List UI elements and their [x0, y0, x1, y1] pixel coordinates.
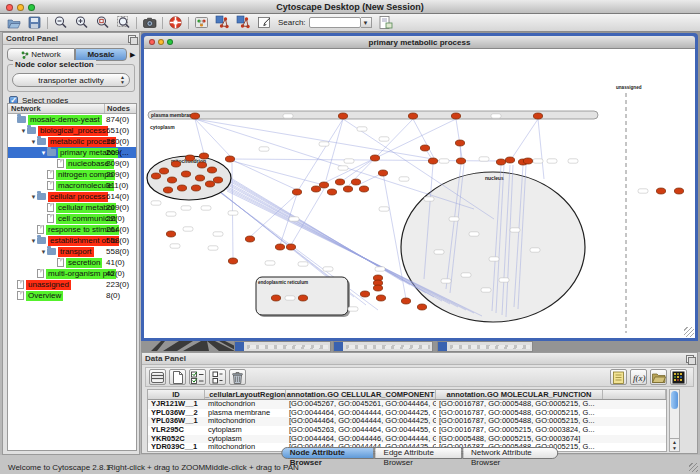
table-column-header[interactable]: _cellularLayoutRegion: [205, 390, 286, 399]
view-resize-grip[interactable]: [684, 327, 694, 337]
gene-node[interactable]: [286, 244, 295, 250]
table-row[interactable]: YLR295Ccytoplasm[GO:0045263, GO:0044464,…: [148, 426, 666, 435]
tree-row-mosaic-demo-yeast[interactable]: mosaic-demo-yeast874(0): [8, 114, 136, 125]
notepad-button[interactable]: [610, 369, 627, 385]
tab-network-attribute-browser[interactable]: Network Attribute Browser: [462, 447, 558, 459]
tab-edge-attribute-browser[interactable]: Edge Attribute Browser: [375, 447, 462, 459]
gene-node[interactable]: [275, 244, 284, 250]
gene-node[interactable]: [351, 179, 360, 185]
gene-node[interactable]: [166, 231, 175, 237]
minimized-window-thumbnail[interactable]: [437, 341, 533, 352]
tree-expand-arrow-icon[interactable]: ▼: [30, 194, 37, 200]
gene-node[interactable]: [167, 177, 176, 183]
gene-node[interactable]: [420, 145, 429, 151]
table-row[interactable]: YJR121W__1mitochondrion[GO:0045267, GO:0…: [148, 400, 666, 409]
tree-row-secretion[interactable]: secretion41(0): [8, 257, 136, 268]
gene-node[interactable]: [205, 181, 214, 187]
tree-expand-arrow-icon[interactable]: ▼: [40, 249, 47, 255]
gene-node[interactable]: [359, 186, 368, 192]
table-column-header[interactable]: annotation.GO CELLULAR_COMPONENT: [286, 390, 436, 399]
delete-attributes-button[interactable]: [189, 369, 206, 385]
annotation-icon[interactable]: [257, 15, 272, 30]
tree-expand-arrow-icon[interactable]: ▼: [30, 238, 37, 244]
table-row[interactable]: YPL036W__2plasma membrane[GO:0044464, GO…: [148, 409, 666, 418]
gene-node[interactable]: [199, 153, 208, 159]
function-builder-button[interactable]: f(x): [630, 369, 647, 385]
tree-row-unassigned[interactable]: unassigned223(0): [8, 279, 136, 290]
gene-node[interactable]: [523, 158, 532, 164]
zoom-fit-icon[interactable]: [116, 15, 131, 30]
tree-row-cell-communicat[interactable]: cell communicat22(0): [8, 213, 136, 224]
gene-node[interactable]: [159, 168, 168, 174]
minimized-window-thumbnail[interactable]: [333, 341, 433, 352]
new-attribute-button[interactable]: [169, 369, 186, 385]
gene-node[interactable]: [327, 189, 336, 195]
heatmap-button[interactable]: [670, 369, 687, 385]
node-color-dropdown[interactable]: transporter activity ▲▼: [12, 73, 130, 87]
app-titlebar[interactable]: Cytoscape Desktop (New Session): [0, 0, 700, 14]
gene-node[interactable]: [177, 185, 186, 191]
tab-node-attribute-browser[interactable]: Node Attribute Browser: [281, 447, 375, 459]
gene-node[interactable]: [378, 170, 387, 176]
open-folder-icon[interactable]: [6, 15, 21, 30]
search-dropdown-button[interactable]: ▼: [361, 17, 372, 28]
zoom-selected-icon[interactable]: [95, 15, 110, 30]
gene-node[interactable]: [376, 295, 385, 301]
gene-node[interactable]: [245, 236, 254, 242]
delete-rows-button[interactable]: [229, 369, 246, 385]
tree-expand-arrow-icon[interactable]: ▼: [20, 128, 27, 134]
gene-node[interactable]: [311, 186, 320, 192]
tree-row-transport[interactable]: ▼transport558(0): [8, 246, 136, 257]
zoom-out-icon[interactable]: [53, 15, 68, 30]
tree-column-network[interactable]: Network: [8, 104, 105, 113]
table-row[interactable]: YPL036W__1mitochondrion[GO:0044464, GO:0…: [148, 417, 666, 426]
table-column-header[interactable]: ID: [148, 390, 205, 399]
gene-node[interactable]: [335, 179, 344, 185]
network-view-window[interactable]: primary metabolic process plasma membran…: [141, 33, 698, 341]
tree-row-primary-metabo[interactable]: ▼primary metabo209(...: [8, 147, 136, 158]
layout-network-icon[interactable]: [215, 15, 230, 30]
float-panel-icon[interactable]: [686, 355, 694, 363]
tree-row-establishment-of-lo[interactable]: ▼establishment of lo558(0): [8, 235, 136, 246]
gene-node[interactable]: [428, 158, 437, 164]
gene-node[interactable]: [207, 167, 216, 173]
tree-row-response-to-stimulu[interactable]: response to stimulu264(0): [8, 224, 136, 235]
gene-node[interactable]: [213, 177, 222, 183]
tree-expand-arrow-icon[interactable]: ▼: [30, 139, 37, 145]
gene-node[interactable]: [505, 157, 514, 163]
gene-node[interactable]: [338, 113, 347, 119]
gene-node[interactable]: [417, 304, 426, 310]
layout-network-alt-icon[interactable]: [236, 15, 251, 30]
select-attributes-button[interactable]: [149, 369, 166, 385]
tree-row-macromolecule[interactable]: macromolecule311(0): [8, 180, 136, 191]
gene-node[interactable]: [298, 295, 307, 301]
tree-row-overview[interactable]: Overview8(0): [8, 290, 136, 301]
window-resize-grip[interactable]: [689, 463, 698, 472]
import-button[interactable]: [650, 369, 667, 385]
gene-node[interactable]: [190, 113, 199, 119]
gene-node[interactable]: [292, 189, 301, 195]
tab-overflow-arrow-icon[interactable]: ▶: [130, 51, 135, 59]
save-icon[interactable]: [27, 15, 42, 30]
plasma-membrane-compartment[interactable]: [148, 111, 598, 119]
gene-node[interactable]: [455, 140, 464, 146]
float-panel-icon[interactable]: [128, 35, 136, 43]
table-column-header[interactable]: annotation.GO MOLECULAR_FUNCTION: [436, 390, 603, 399]
gene-node[interactable]: [533, 113, 542, 119]
network-view-titlebar[interactable]: primary metabolic process: [144, 36, 695, 49]
gene-node[interactable]: [191, 185, 200, 191]
gene-node[interactable]: [674, 188, 683, 194]
gene-node[interactable]: [197, 162, 206, 168]
tree-row-multi-organism-pro[interactable]: multi-organism pro42(0): [8, 268, 136, 279]
tree-row-nucleobase-[interactable]: nucleobase-209(0): [8, 158, 136, 169]
tree-row-cellular-metabol[interactable]: cellular metabol209(0): [8, 202, 136, 213]
gene-node[interactable]: [370, 155, 379, 161]
table-scrollbar[interactable]: ▲▼: [669, 389, 680, 452]
tree-row-nitrogen-compo[interactable]: nitrogen compo209(0): [8, 169, 136, 180]
tree-expand-arrow-icon[interactable]: ▼: [40, 150, 47, 156]
help-lifesaver-icon[interactable]: [168, 15, 183, 30]
zoom-in-icon[interactable]: [74, 15, 89, 30]
gene-node[interactable]: [451, 113, 460, 119]
gene-node[interactable]: [185, 155, 194, 161]
scrollbar-arrows[interactable]: ▲▼: [670, 438, 679, 451]
